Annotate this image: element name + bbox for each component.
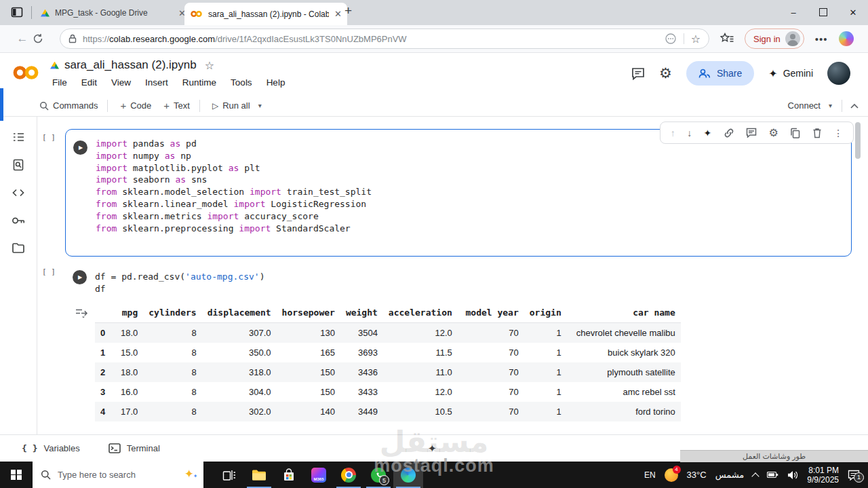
battery-icon[interactable] xyxy=(767,470,778,479)
action-center-button[interactable]: 1 xyxy=(848,470,863,481)
menu-runtime[interactable]: Runtime xyxy=(182,77,216,88)
new-tab-button[interactable]: + xyxy=(344,3,352,18)
tray-expand-icon[interactable] xyxy=(752,472,760,480)
weather-icon[interactable]: 4 xyxy=(665,468,678,482)
close-button[interactable]: ✕ xyxy=(838,0,868,24)
edge-button[interactable] xyxy=(393,462,423,488)
cell-value: 3693 xyxy=(340,343,383,362)
menu-insert[interactable]: Insert xyxy=(145,77,168,88)
cell-settings-gear-icon[interactable]: ⚙ xyxy=(769,128,778,138)
comments-icon[interactable] xyxy=(631,67,645,80)
commands-button[interactable]: Commands xyxy=(39,100,98,111)
files-folder-icon[interactable] xyxy=(12,242,25,254)
collapse-header-icon[interactable] xyxy=(850,103,859,109)
browser-tab-strip: MPG_task - Google Drive ✕ sara_ali_hassa… xyxy=(0,0,868,25)
cell-value: 17.0 xyxy=(111,402,143,421)
move-cell-up-icon[interactable]: ↑ xyxy=(671,128,675,138)
sign-in-button[interactable]: Sign in xyxy=(745,29,804,49)
overlay-text: طور وشاشات العمل xyxy=(743,452,806,461)
cell-value: 307.0 xyxy=(202,323,277,343)
maximize-button[interactable] xyxy=(808,0,838,24)
row-index: 0 xyxy=(95,323,111,343)
workspaces-icon[interactable] xyxy=(11,6,23,18)
browser-menu-icon[interactable]: ••• xyxy=(815,33,828,45)
browser-tab-colab[interactable]: sara_ali_hassan (2).ipynb - Colab ✕ xyxy=(184,3,347,25)
variables-button[interactable]: { } Variables xyxy=(22,443,80,453)
code-line: from sklearn.metrics import accuracy_sco… xyxy=(96,210,372,223)
refresh-icon[interactable] xyxy=(33,33,53,44)
link-cell-icon[interactable] xyxy=(724,128,734,138)
code-snippets-icon[interactable] xyxy=(12,186,25,200)
comment-cell-icon[interactable] xyxy=(746,128,757,138)
share-button[interactable]: Share xyxy=(686,61,754,86)
cell-value: chevrolet chevelle malibu xyxy=(567,323,681,343)
browser-tab-drive[interactable]: MPG_task - Google Drive ✕ xyxy=(37,4,190,22)
run-cell-button[interactable]: ▶ xyxy=(73,270,87,284)
chevron-down-icon[interactable]: ▾ xyxy=(829,102,832,109)
code-cell-1[interactable]: ▶ import pandas as pdimport numpy as npi… xyxy=(65,129,852,257)
url-field[interactable]: https://colab.research.google.com/drive/… xyxy=(60,29,709,49)
back-icon[interactable]: ← xyxy=(12,32,33,45)
gemini-spark-icon[interactable]: ✦ xyxy=(704,128,712,138)
run-all-button[interactable]: ▷Run all▾ xyxy=(212,100,262,111)
minimize-button[interactable]: – xyxy=(778,0,808,24)
divider xyxy=(199,100,200,112)
code-editor[interactable]: df = pd.read_csv('auto-mpg.csv')df xyxy=(95,271,264,295)
people-icon xyxy=(698,69,711,79)
run-cell-button[interactable]: ▶ xyxy=(73,140,87,155)
secrets-key-icon[interactable] xyxy=(11,214,26,227)
notebook-title[interactable]: sara_ali_hassan (2).ipynb xyxy=(64,58,197,72)
code-line: import matplotlib.pyplot as plt xyxy=(96,162,372,174)
language-indicator[interactable]: EN xyxy=(644,470,656,480)
task-view-button[interactable] xyxy=(214,462,244,488)
add-text-button[interactable]: +Text xyxy=(163,100,190,111)
output-options-icon[interactable] xyxy=(75,307,88,320)
file-explorer-button[interactable] xyxy=(244,462,274,488)
m365-button[interactable]: M365 xyxy=(304,462,334,488)
bookmark-star-icon[interactable]: ☆ xyxy=(691,33,701,45)
temperature[interactable]: 33°C xyxy=(687,470,707,480)
cell-more-actions-icon[interactable]: ⋮ xyxy=(833,128,843,138)
taskbar-clock[interactable]: 8:01 PM 9/9/2025 xyxy=(807,466,839,485)
copilot-icon[interactable] xyxy=(839,31,854,46)
table-of-contents-icon[interactable] xyxy=(12,130,25,144)
copy-cell-icon[interactable] xyxy=(790,128,800,138)
cell-value: 1 xyxy=(524,362,567,382)
menu-file[interactable]: File xyxy=(52,77,67,88)
favorites-bar-icon[interactable] xyxy=(720,33,734,45)
find-replace-icon[interactable] xyxy=(12,158,25,172)
menu-view[interactable]: View xyxy=(111,77,131,88)
cell-value: 1 xyxy=(524,402,567,421)
tab-close-icon[interactable]: ✕ xyxy=(334,10,342,18)
drive-file-icon xyxy=(50,62,59,69)
chrome-button[interactable] xyxy=(334,462,363,488)
notebook-scrollbar[interactable] xyxy=(855,122,861,159)
row-index: 1 xyxy=(95,343,111,362)
whatsapp-button[interactable]: 5 xyxy=(363,462,393,488)
chevron-down-icon[interactable]: ▾ xyxy=(258,102,262,109)
move-cell-down-icon[interactable]: ↓ xyxy=(687,128,692,138)
start-button[interactable] xyxy=(0,462,33,488)
taskbar-search-input[interactable]: Type here to search ✦ xyxy=(33,462,203,488)
search-highlights-icon[interactable]: ✦ xyxy=(184,467,194,481)
user-avatar[interactable] xyxy=(827,62,850,85)
connect-button[interactable]: Connect xyxy=(788,100,821,111)
cell-toolbar: ↑ ↓ ✦ ⚙ ⋮ xyxy=(660,121,854,144)
add-code-button[interactable]: +Code xyxy=(120,100,151,111)
microsoft-store-button[interactable] xyxy=(274,462,304,488)
menu-edit[interactable]: Edit xyxy=(81,77,97,88)
delete-cell-icon[interactable] xyxy=(812,128,822,138)
volume-icon[interactable] xyxy=(787,470,798,480)
settings-gear-icon[interactable]: ⚙ xyxy=(659,65,672,81)
weather-label[interactable]: مشمس xyxy=(715,470,745,480)
menu-tools[interactable]: Tools xyxy=(231,77,252,88)
gemini-button[interactable]: ✦ Gemini xyxy=(768,67,813,80)
code-editor[interactable]: import pandas as pdimport numpy as npimp… xyxy=(96,138,372,234)
menu-help[interactable]: Help xyxy=(267,77,285,88)
table-header-row: mpgcylindersdisplacementhorsepowerweight… xyxy=(95,305,681,323)
clock-time: 8:01 PM xyxy=(808,466,839,475)
site-info-icon[interactable] xyxy=(665,33,677,45)
colab-logo[interactable] xyxy=(11,64,41,81)
terminal-button[interactable]: Terminal xyxy=(108,443,160,453)
star-notebook-icon[interactable]: ☆ xyxy=(205,59,214,72)
